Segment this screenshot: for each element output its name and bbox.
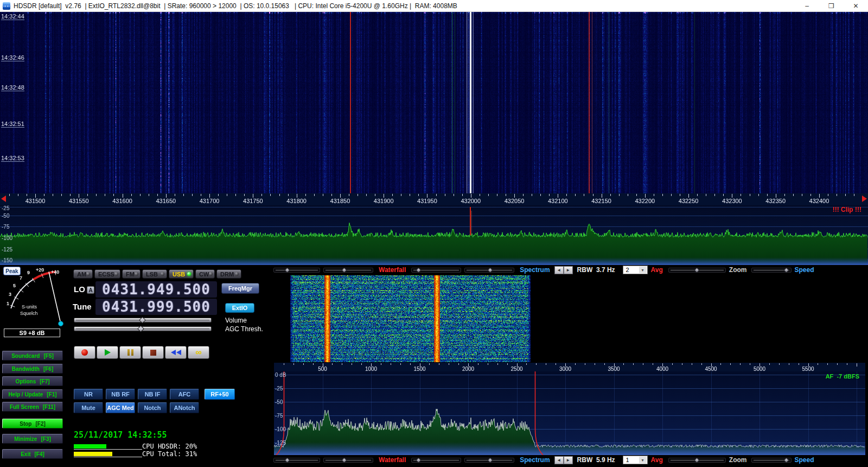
waterfall-brightness-slider[interactable] bbox=[273, 268, 320, 273]
arrow-right-button[interactable]: ► bbox=[564, 456, 573, 464]
mode-button-drm[interactable]: DRM bbox=[216, 269, 241, 279]
spectrum-offset-slider[interactable] bbox=[464, 458, 514, 463]
agc-med-button[interactable]: AGC Med bbox=[106, 402, 135, 413]
slider-thumb[interactable] bbox=[416, 457, 421, 463]
rewind-button[interactable] bbox=[165, 346, 187, 359]
slider-thumb[interactable] bbox=[694, 267, 699, 273]
pause-button[interactable] bbox=[119, 346, 141, 359]
mode-button-am[interactable]: AM bbox=[73, 269, 93, 279]
fkey-key: [F11] bbox=[43, 404, 55, 410]
mode-button-lsb[interactable]: LSB bbox=[142, 269, 167, 279]
bandwidth-button[interactable]: Bandwidth[F6] bbox=[2, 364, 63, 374]
main-waterfall-display[interactable]: 14:32:4414:32:4614:32:4814:32:5114:32:53 bbox=[0, 12, 868, 193]
center-panel: AMECSSFMLSBUSBCWDRM LO A 0431.949.500 Tu… bbox=[71, 265, 271, 467]
datetime-display: 25/11/2017 14:32:55 bbox=[74, 430, 167, 440]
nb-rf-button[interactable]: NB RF bbox=[106, 389, 135, 400]
slider-thumb[interactable] bbox=[138, 325, 145, 332]
slider-thumb[interactable] bbox=[416, 267, 421, 273]
lo-frequency-display[interactable]: 0431.949.500 bbox=[95, 281, 217, 298]
vfo-a-button[interactable]: A bbox=[87, 286, 94, 294]
scale-scroll-right-icon[interactable] bbox=[862, 195, 867, 202]
mode-button-fm[interactable]: FM bbox=[122, 269, 141, 279]
frequency-tick-label: 431900 bbox=[374, 198, 394, 204]
slider-thumb[interactable] bbox=[784, 267, 789, 273]
slider-thumb[interactable] bbox=[285, 267, 290, 273]
slider-thumb[interactable] bbox=[784, 457, 789, 463]
audio-waterfall-canvas[interactable] bbox=[274, 275, 865, 362]
slider-thumb[interactable] bbox=[341, 267, 347, 273]
zoom-slider[interactable] bbox=[668, 458, 726, 463]
peak-button[interactable]: Peak bbox=[3, 267, 21, 275]
nb-if-button[interactable]: NB IF bbox=[138, 389, 167, 400]
stop-button[interactable] bbox=[142, 346, 164, 359]
waterfall-contrast-slider[interactable] bbox=[323, 458, 373, 463]
close-button[interactable]: ✕ bbox=[844, 0, 868, 12]
mode-label: FM bbox=[126, 271, 135, 277]
freqmgr-button[interactable]: FreqMgr bbox=[221, 283, 259, 294]
spacer bbox=[373, 460, 379, 460]
minimize-button[interactable]: – bbox=[795, 0, 819, 12]
pause-icon bbox=[127, 349, 133, 356]
main-frequency-scale[interactable]: 4315004315504316004316504317004317504318… bbox=[0, 193, 868, 205]
arrow-left-button[interactable]: ◄ bbox=[554, 266, 564, 274]
main-waterfall-canvas[interactable] bbox=[0, 12, 868, 193]
notch-button[interactable]: Notch bbox=[138, 402, 167, 413]
audio-spectrum-canvas[interactable] bbox=[274, 371, 865, 455]
spacer bbox=[550, 460, 554, 460]
help-update-button[interactable]: Help / Update[F1] bbox=[2, 389, 63, 399]
options-button[interactable]: Options[F7] bbox=[2, 376, 63, 386]
soundcard-button[interactable]: Soundcard[F5] bbox=[2, 351, 63, 361]
spacer bbox=[514, 270, 520, 270]
volume-slider[interactable] bbox=[74, 318, 212, 323]
arrow-left-button[interactable]: ◄ bbox=[554, 456, 564, 464]
main-spectrum-canvas[interactable] bbox=[0, 205, 868, 265]
avg-count-select[interactable]: 2▾ bbox=[623, 266, 648, 274]
zoom-slider[interactable] bbox=[668, 268, 726, 273]
spacer bbox=[550, 270, 554, 270]
exit-button[interactable]: Exit[F4] bbox=[2, 449, 63, 459]
avg-count-select[interactable]: 1▾ bbox=[623, 456, 648, 464]
anotch-button[interactable]: ANotch bbox=[170, 402, 199, 413]
mute-button[interactable]: Mute bbox=[74, 402, 103, 413]
minimize-button[interactable]: Minimize[F3] bbox=[2, 434, 63, 444]
rf-50-button[interactable]: RF+50 bbox=[205, 389, 235, 400]
maximize-button[interactable]: ❒ bbox=[819, 0, 844, 12]
slider-thumb[interactable] bbox=[285, 457, 290, 463]
waterfall-contrast-slider[interactable] bbox=[323, 268, 373, 273]
af-level-text: AF -7 dBFS bbox=[826, 373, 859, 380]
mode-button-usb[interactable]: USB bbox=[169, 269, 194, 279]
main-spectrum-display[interactable]: -25-50-75-100-125-150 !!! Clip !!! bbox=[0, 205, 868, 265]
speed-slider[interactable] bbox=[751, 458, 792, 463]
slider-thumb[interactable] bbox=[488, 267, 493, 273]
afc-button[interactable]: AFC bbox=[170, 389, 199, 400]
record-button[interactable] bbox=[74, 346, 95, 359]
rbw-value: RBW 5.9 Hz bbox=[577, 456, 615, 464]
frequency-tick-label: 431800 bbox=[286, 198, 307, 204]
scale-scroll-left-icon[interactable] bbox=[1, 195, 6, 202]
spectrum-offset-slider[interactable] bbox=[464, 268, 514, 273]
left-panel: Peak 13579+20+40 S-units Squel bbox=[0, 265, 71, 467]
mode-label: USB bbox=[173, 271, 185, 277]
waterfall-brightness-slider[interactable] bbox=[273, 458, 320, 463]
spacer bbox=[573, 270, 577, 270]
speed-slider[interactable] bbox=[751, 268, 792, 273]
loop-button[interactable]: ∞ bbox=[188, 346, 209, 359]
mode-button-cw[interactable]: CW bbox=[195, 269, 215, 279]
tune-frequency-display[interactable]: 0431.999.500 bbox=[95, 299, 217, 315]
audio-frequency-scale[interactable]: 5001000150020002500300035004000450050005… bbox=[274, 363, 865, 371]
extio-button[interactable]: ExtIO bbox=[225, 303, 254, 313]
slider-thumb[interactable] bbox=[488, 457, 493, 463]
spacer bbox=[373, 270, 379, 270]
nr-button[interactable]: NR bbox=[74, 389, 103, 400]
full-screen-button[interactable]: Full Screen[F11] bbox=[2, 402, 63, 412]
arrow-right-button[interactable]: ► bbox=[564, 266, 573, 274]
slider-thumb[interactable] bbox=[694, 457, 699, 463]
stop-button[interactable]: Stop[F2] bbox=[2, 419, 63, 428]
slider-thumb[interactable] bbox=[139, 317, 146, 324]
slider-thumb[interactable] bbox=[341, 457, 347, 463]
agc-threshold-slider[interactable] bbox=[74, 326, 212, 331]
mode-button-ecss[interactable]: ECSS bbox=[94, 269, 120, 279]
spectrum-range-slider[interactable] bbox=[411, 458, 461, 463]
play-button[interactable] bbox=[97, 346, 118, 359]
spectrum-range-slider[interactable] bbox=[411, 268, 461, 273]
